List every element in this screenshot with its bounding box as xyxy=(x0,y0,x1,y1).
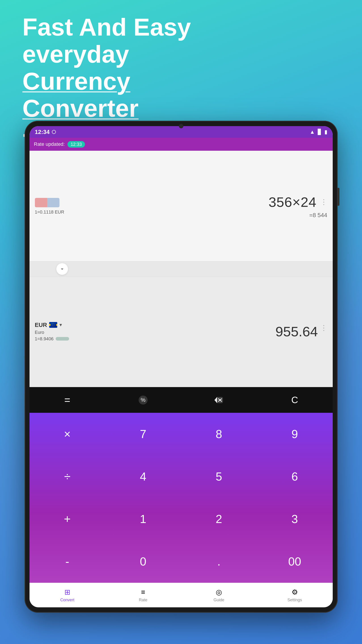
eur-dropdown-icon[interactable]: ▾ xyxy=(60,322,62,328)
signal-icon: ▊ xyxy=(318,129,322,135)
settings-icon: ⚙ xyxy=(292,588,298,596)
tablet-wrapper: 12:34 ▲ ▊ ▮ Rate updated: 12:33 xyxy=(24,121,338,613)
hero-line2: Currency Converter xyxy=(22,68,224,122)
top-currency-more-icon[interactable]: ⋮ xyxy=(320,198,327,206)
wifi-icon: ▲ xyxy=(310,129,315,135)
calculator-keyboard: = % C xyxy=(30,387,333,583)
key-decimal[interactable]: . xyxy=(181,540,257,583)
key-00[interactable]: 00 xyxy=(257,540,333,583)
rate-label: Rate updated: xyxy=(34,141,65,147)
nav-rate-label: Rate xyxy=(139,598,147,602)
guide-icon: ◎ xyxy=(216,588,222,596)
battery-icon: ▮ xyxy=(324,129,327,135)
convert-icon: ⊞ xyxy=(64,588,70,596)
nav-convert-label: Convert xyxy=(60,598,74,602)
tablet-frame: 12:34 ▲ ▊ ▮ Rate updated: 12:33 xyxy=(24,121,338,613)
subtract-button[interactable]: - xyxy=(30,540,105,583)
converter-area: 1=0.1118 EUR 356×24 ⋮ =8 544 xyxy=(30,151,333,387)
top-currency-amount: 356×24 xyxy=(268,194,316,210)
key-7[interactable]: 7 xyxy=(105,413,181,455)
status-time-area: 12:34 xyxy=(35,128,56,136)
bottom-currency-amount: 955.64 xyxy=(276,324,318,340)
swap-row xyxy=(30,261,333,277)
rate-icon: ≡ xyxy=(141,588,145,596)
app-header: Rate updated: 12:33 xyxy=(30,138,333,151)
bottom-nav: ⊞ Convert ≡ Rate ◎ Guide ⚙ Settings xyxy=(30,583,333,607)
key-4[interactable]: 4 xyxy=(105,455,181,498)
calc-row-4: - 0 . 00 xyxy=(30,540,333,583)
top-currency-right: 356×24 ⋮ =8 544 xyxy=(268,194,327,219)
status-icons: ▲ ▊ ▮ xyxy=(310,129,327,135)
percent-button[interactable]: % xyxy=(105,387,181,413)
eur-rate-bar xyxy=(56,337,69,340)
clear-button[interactable]: C xyxy=(257,387,333,413)
multiply-button[interactable]: × xyxy=(30,413,105,455)
top-currency-rate: 1=0.1118 EUR xyxy=(35,210,64,215)
svg-text:%: % xyxy=(141,397,145,403)
eur-code: EUR xyxy=(35,322,47,328)
eur-flag-icon: 🇪🇺 xyxy=(49,322,57,328)
svg-marker-3 xyxy=(214,397,217,403)
equals-button[interactable]: = xyxy=(30,387,105,413)
bottom-currency-label: EUR 🇪🇺 ▾ Euro 1=8.9406 xyxy=(35,322,69,342)
status-bar: 12:34 ▲ ▊ ▮ xyxy=(30,126,333,138)
percent-icon: % xyxy=(138,395,148,405)
chevron-down-icon xyxy=(59,266,65,272)
calc-row-1: × 7 8 9 xyxy=(30,413,333,455)
calc-row-2: ÷ 4 5 6 xyxy=(30,455,333,498)
swap-button[interactable] xyxy=(56,263,68,275)
hero-line1: Fast And Easy everyday xyxy=(22,14,224,68)
eur-name: Euro xyxy=(35,330,69,335)
backspace-icon xyxy=(214,396,224,404)
rate-badge: 12:33 xyxy=(68,141,85,148)
top-currency-row[interactable]: 1=0.1118 EUR 356×24 ⋮ =8 544 xyxy=(30,151,333,261)
nav-guide-label: Guide xyxy=(214,598,224,602)
nav-settings-label: Settings xyxy=(287,598,302,602)
top-currency-flag xyxy=(35,198,60,207)
key-8[interactable]: 8 xyxy=(181,413,257,455)
key-1[interactable]: 1 xyxy=(105,498,181,540)
status-dot-icon xyxy=(52,130,56,134)
calc-row-3: + 1 2 3 xyxy=(30,498,333,540)
status-time-text: 12:34 xyxy=(35,128,50,136)
key-6[interactable]: 6 xyxy=(257,455,333,498)
nav-guide[interactable]: ◎ Guide xyxy=(181,583,257,607)
top-currency-result: =8 544 xyxy=(309,212,327,219)
eur-flag-row: EUR 🇪🇺 ▾ xyxy=(35,322,69,328)
eur-rate-row: 1=8.9406 xyxy=(35,336,69,342)
bottom-currency-amount-area: 955.64 ⋮ xyxy=(276,324,327,340)
main-keyboard-rows: × 7 8 9 ÷ 4 5 6 + 1 xyxy=(30,413,333,583)
backspace-button[interactable] xyxy=(181,387,257,413)
nav-settings[interactable]: ⚙ Settings xyxy=(257,583,333,607)
bottom-currency-row[interactable]: EUR 🇪🇺 ▾ Euro 1=8.9406 955.64 ⋮ xyxy=(30,277,333,387)
bottom-currency-more-icon[interactable]: ⋮ xyxy=(320,324,327,332)
key-0[interactable]: 0 xyxy=(105,540,181,583)
key-3[interactable]: 3 xyxy=(257,498,333,540)
key-5[interactable]: 5 xyxy=(181,455,257,498)
key-2[interactable]: 2 xyxy=(181,498,257,540)
add-button[interactable]: + xyxy=(30,498,105,540)
nav-convert[interactable]: ⊞ Convert xyxy=(30,583,105,607)
top-currency-left: 1=0.1118 EUR xyxy=(35,198,64,215)
eur-rate-text: 1=8.9406 xyxy=(35,336,54,342)
key-9[interactable]: 9 xyxy=(257,413,333,455)
divide-button[interactable]: ÷ xyxy=(30,455,105,498)
tablet-screen: 12:34 ▲ ▊ ▮ Rate updated: 12:33 xyxy=(30,126,333,607)
nav-rate[interactable]: ≡ Rate xyxy=(105,583,181,607)
special-row: = % C xyxy=(30,387,333,413)
